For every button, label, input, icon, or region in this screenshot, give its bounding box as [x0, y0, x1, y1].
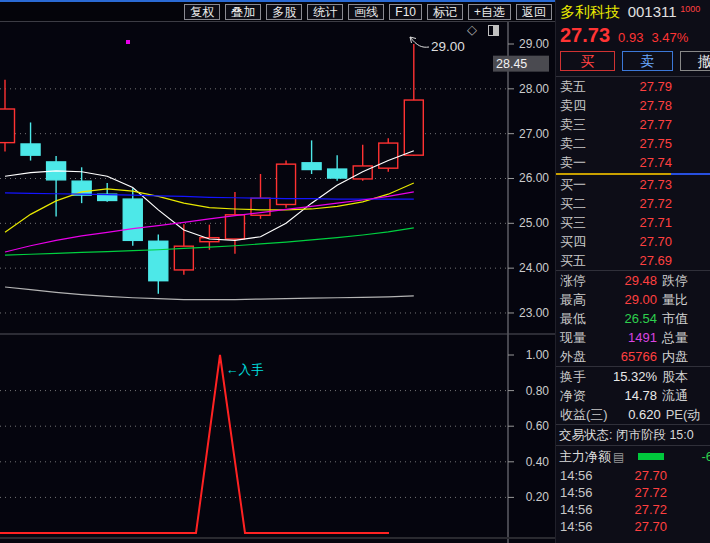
ask-price: 27.75	[639, 134, 672, 153]
toolbar-button-duogu[interactable]: 多股	[266, 4, 302, 20]
diamond-marker-icon[interactable]: ◇	[467, 22, 477, 37]
flow-bar	[638, 453, 664, 460]
trading-status: 交易状态: 闭市阶段 15:0	[556, 425, 710, 445]
stat-row: 最高 29.00 量比	[556, 290, 710, 309]
tick-row: 14:56 27.70	[556, 467, 710, 484]
ask-label: 卖四	[560, 96, 586, 115]
stat-label: 外盘	[560, 347, 604, 366]
chart-column: 复权 叠加 多股 统计 画线 F10 标记 +自选 返回 29.0028.002…	[0, 0, 555, 543]
stat-label2: 股本	[657, 367, 710, 386]
signal-indicator: ←入手	[0, 355, 389, 533]
stat-label2: 内盘	[657, 347, 710, 366]
svg-text:28.45: 28.45	[496, 57, 527, 71]
kline-chart-area[interactable]: 29.0028.0027.0026.0025.0024.0023.0028.45…	[0, 22, 555, 543]
stat-label: 收益(三)	[560, 405, 608, 424]
svg-text:0.20: 0.20	[526, 490, 550, 504]
trading-app-window: 复权 叠加 多股 统计 画线 F10 标记 +自选 返回 29.0028.002…	[0, 0, 710, 543]
divider-blue-segment	[671, 173, 710, 175]
tick-price: 27.72	[634, 501, 667, 518]
tick-time: 14:56	[560, 484, 593, 501]
quote-panel: 多利科技 001311 1000 27.73 0.93 3.47% 买 卖 撤 …	[555, 0, 710, 543]
bid-row[interactable]: 买五 27.69	[556, 251, 710, 270]
stat-label2: 总量	[657, 328, 710, 347]
bid-row[interactable]: 买二 27.72	[556, 194, 710, 213]
stat-value: 14.78	[604, 386, 657, 405]
candlesticks	[0, 44, 423, 294]
ask-row[interactable]: 卖五 27.79	[556, 77, 710, 96]
svg-text:0.60: 0.60	[526, 419, 550, 433]
svg-text:←入手: ←入手	[226, 363, 264, 377]
tick-price: 27.70	[634, 518, 667, 535]
ask-price: 27.77	[639, 115, 672, 134]
bid-row[interactable]: 买四 27.70	[556, 232, 710, 251]
bid-label: 买一	[560, 175, 586, 194]
cancel-order-button[interactable]: 撤	[680, 51, 710, 71]
stat-label: 净资	[560, 386, 604, 405]
stock-name: 多利科技	[560, 3, 620, 20]
price-change: 0.93	[618, 30, 643, 45]
ask-price: 27.79	[639, 77, 672, 96]
toolbar-button-f10[interactable]: F10	[389, 4, 422, 20]
stat-value: 26.54	[604, 309, 657, 328]
toolbar-button-back[interactable]: 返回	[516, 4, 552, 20]
toolbar-button-diejia[interactable]: 叠加	[225, 4, 261, 20]
stat-row: 最低 26.54 市值	[556, 309, 710, 328]
svg-text:24.00: 24.00	[519, 261, 549, 275]
tick-time: 14:56	[560, 518, 593, 535]
ask-label: 卖五	[560, 77, 586, 96]
stat-label2: 市值	[657, 309, 710, 328]
tick-time: 14:56	[560, 501, 593, 518]
ask-row[interactable]: 卖二 27.75	[556, 134, 710, 153]
tick-price: 27.70	[634, 467, 667, 484]
toolbar-button-huaxian[interactable]: 画线	[348, 4, 384, 20]
bid-price: 27.70	[639, 232, 672, 251]
price-row: 27.73 0.93 3.47%	[556, 22, 710, 48]
ask-price: 27.74	[639, 153, 672, 172]
svg-text:26.00: 26.00	[519, 171, 549, 185]
stat-row: 现量 1491 总量	[556, 328, 710, 347]
stock-code: 001311	[628, 3, 677, 20]
toolbar-button-fuquan[interactable]: 复权	[184, 4, 220, 20]
toolbar-button-biaoji[interactable]: 标记	[427, 4, 463, 20]
kline-chart-svg[interactable]: 29.0028.0027.0026.0025.0024.0023.0028.45…	[0, 22, 555, 543]
bid-label: 买二	[560, 194, 586, 213]
bid-row[interactable]: 买三 27.71	[556, 213, 710, 232]
svg-text:29.00: 29.00	[519, 37, 549, 51]
main-capital-flow-row: 主力净额 ▤ -6	[556, 446, 710, 467]
ask-label: 卖二	[560, 134, 586, 153]
ask-row[interactable]: 卖一 27.74	[556, 153, 710, 172]
bid-price: 27.69	[639, 251, 672, 270]
svg-text:29.00: 29.00	[431, 39, 465, 54]
main-flow-label: 主力净额	[559, 448, 611, 466]
detail-list-icon[interactable]: ▤	[613, 450, 624, 464]
buy-button[interactable]: 买	[560, 51, 615, 71]
stock-header: 多利科技 001311 1000	[556, 0, 710, 22]
stat-value: 0.620	[608, 405, 661, 424]
bid-row[interactable]: 买一 27.73	[556, 175, 710, 194]
ask-row[interactable]: 卖四 27.78	[556, 96, 710, 115]
svg-text:28.00: 28.00	[519, 82, 549, 96]
stat-label2: 量比	[657, 290, 710, 309]
stat-value: 29.00	[604, 290, 657, 309]
toolbar-button-tongji[interactable]: 统计	[307, 4, 343, 20]
stock-code-superscript: 1000	[680, 4, 700, 14]
stat-row: 净资 14.78 流通	[556, 386, 710, 405]
svg-text:1.00: 1.00	[526, 348, 550, 362]
stat-label: 涨停	[560, 271, 604, 290]
stat-value: 29.48	[604, 271, 657, 290]
stat-row: 收益(三) 0.620 PE(动	[556, 405, 710, 424]
stat-row: 涨停 29.48 跌停	[556, 271, 710, 290]
bid-label: 买三	[560, 213, 586, 232]
sell-button[interactable]: 卖	[622, 51, 673, 71]
ask-row[interactable]: 卖三 27.77	[556, 115, 710, 134]
bid-price: 27.71	[639, 213, 672, 232]
tick-row: 14:56 27.72	[556, 484, 710, 501]
tick-price: 27.72	[634, 484, 667, 501]
stat-label2: 流通	[657, 386, 710, 405]
stat-row: 外盘 65766 内盘	[556, 347, 710, 366]
svg-text:0.80: 0.80	[526, 384, 550, 398]
split-panel-icon[interactable]	[488, 25, 499, 36]
stat-value: 1491	[604, 328, 657, 347]
toolbar-button-add-watchlist[interactable]: +自选	[468, 4, 511, 20]
chart-axis: 29.0028.0027.0026.0025.0024.0023.0028.45…	[0, 22, 555, 543]
